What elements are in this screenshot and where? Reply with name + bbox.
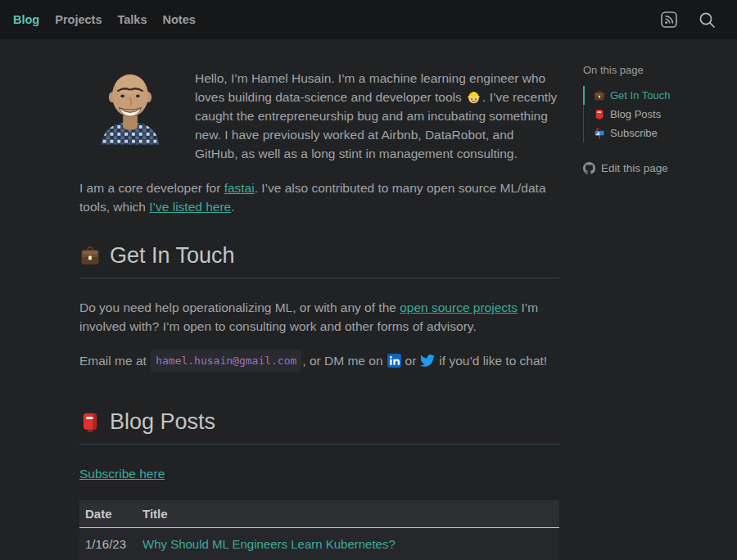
open-source-projects-link[interactable]: open source projects [400, 300, 518, 314]
briefcase-icon [594, 90, 605, 102]
table-row: 1/16/23 Why Should ML Engineers Learn Ku… [79, 528, 559, 560]
toc-label: Blog Posts [610, 108, 661, 120]
toc-sidebar: On this page Get In Touch [583, 39, 721, 560]
toc-heading: On this page [583, 64, 721, 76]
nav-item-talks[interactable]: Talks [117, 13, 147, 26]
github-icon [583, 162, 595, 174]
blog-posts-table: Date Title 1/16/23 Why Should ML Enginee… [79, 500, 559, 560]
email-text-3: or [405, 351, 417, 370]
toc-label: Subscribe [610, 127, 658, 139]
nav-icon-group [661, 11, 724, 29]
fastai-link[interactable]: fastai [224, 181, 255, 195]
toc-list: Get In Touch Blog Posts [583, 86, 721, 142]
construction-worker-emoji [467, 90, 481, 104]
post-title-link[interactable]: Why Should ML Engineers Learn Kubernetes… [142, 537, 396, 551]
briefcase-icon [79, 246, 101, 267]
edit-this-page-link[interactable]: Edit this page [583, 162, 721, 174]
toc-item-get-in-touch[interactable]: Get In Touch [583, 86, 721, 105]
twitter-icon[interactable] [420, 355, 435, 367]
nav-item-projects[interactable]: Projects [55, 13, 102, 26]
table-header-row: Date Title [79, 500, 559, 528]
nav-items: Blog Projects Talks Notes [13, 13, 196, 26]
search-icon[interactable] [699, 11, 716, 29]
edit-this-page-label: Edit this page [601, 162, 668, 174]
post-date: 1/16/23 [79, 528, 137, 560]
email-text-4: if you’d like to chat! [439, 351, 547, 370]
toc-item-blog-posts[interactable]: Blog Posts [584, 105, 721, 124]
rss-icon[interactable] [661, 11, 677, 28]
page-body: Hello, I’m Hamel Husain. I’m a machine l… [0, 39, 737, 560]
postbox-icon [79, 412, 101, 433]
subscribe-here-link[interactable]: Subscribe here [79, 467, 165, 481]
blog-posts-heading: Blog Posts [79, 409, 559, 445]
toc-item-subscribe[interactable]: Subscribe [584, 124, 721, 142]
subscribe-paragraph: Subscribe here [79, 464, 559, 483]
core-dev-paragraph: I am a core developer for fastai. I’ve a… [79, 178, 559, 216]
get-in-touch-title: Get In Touch [110, 243, 235, 269]
email-text-2: , or DM me on [302, 351, 382, 370]
listed-here-link[interactable]: I’ve listed here [149, 200, 231, 214]
postbox-icon [594, 109, 605, 120]
date-column-header: Date [79, 500, 137, 528]
nav-item-notes[interactable]: Notes [162, 13, 195, 26]
blog-posts-title: Blog Posts [110, 409, 215, 435]
title-column-header: Title [137, 500, 559, 528]
consulting-paragraph: Do you need help operationalizing ML, or… [79, 298, 559, 336]
toc-label: Get In Touch [610, 89, 670, 102]
core-dev-text-1: I am a core developer for [79, 181, 224, 195]
mailbox-icon [594, 128, 605, 139]
consult-text-1: Do you need help operationalizing ML, or… [79, 300, 400, 314]
profile-photo [88, 67, 172, 145]
linkedin-icon[interactable] [387, 354, 401, 368]
main-content: Hello, I’m Hamel Husain. I’m a machine l… [79, 39, 559, 560]
email-paragraph: Email me at hamel.husain@gmail.com, or D… [79, 350, 559, 372]
core-dev-text-3: . [231, 200, 234, 214]
navbar: Blog Projects Talks Notes [0, 0, 737, 39]
intro-paragraph: Hello, I’m Hamel Husain. I’m a machine l… [79, 69, 559, 163]
email-address-link[interactable]: hamel.husain@gmail.com [151, 350, 301, 372]
get-in-touch-heading: Get In Touch [79, 243, 559, 278]
email-text-1: Email me at [79, 351, 147, 370]
nav-item-blog[interactable]: Blog [13, 13, 39, 26]
